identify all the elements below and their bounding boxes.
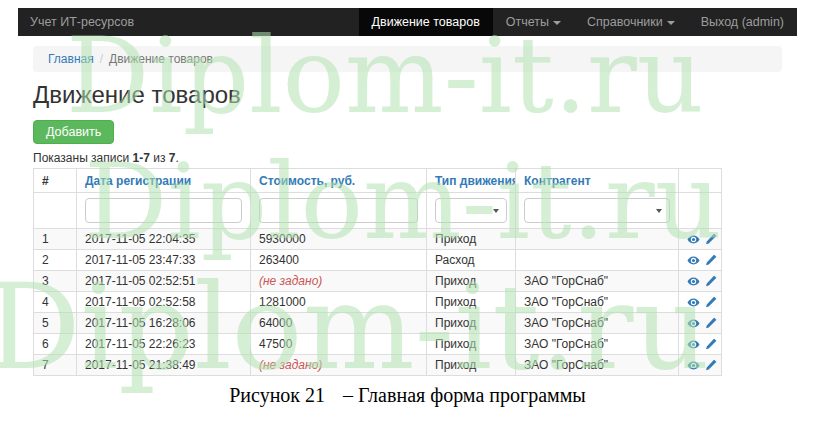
- breadcrumb-home-link[interactable]: Главная: [48, 52, 94, 66]
- records-summary: Показаны записи 1-7 из 7.: [33, 151, 782, 165]
- cell-type: Приход: [427, 292, 516, 313]
- cell-date: 2017-11-05 22:26:23: [77, 334, 251, 355]
- cell-actions: [679, 250, 722, 271]
- col-header-cost: Стоимость, руб.: [251, 169, 427, 193]
- eye-icon[interactable]: [687, 233, 700, 246]
- contractor-filter-select[interactable]: [524, 198, 670, 223]
- sort-link-contractor[interactable]: Контрагент: [524, 174, 591, 188]
- cell-contractor: ЗАО "ГорСнаб": [516, 334, 679, 355]
- add-button[interactable]: Добавить: [33, 120, 114, 144]
- app-brand[interactable]: Учет ИТ-ресурсов: [18, 8, 146, 36]
- type-filter-cell: [427, 193, 516, 229]
- cell-cost: (не задано): [251, 355, 427, 376]
- pencil-icon[interactable]: [704, 275, 717, 288]
- eye-icon[interactable]: [687, 338, 700, 351]
- summary-range: 1-7: [133, 151, 150, 165]
- nav-item-directories[interactable]: Справочники: [574, 8, 688, 36]
- eye-icon[interactable]: [687, 359, 700, 372]
- breadcrumb: Главная/Движение товаров: [33, 46, 782, 72]
- cell-date: 2017-11-05 23:47:33: [77, 250, 251, 271]
- cell-contractor: ЗАО "ГорСнаб": [516, 271, 679, 292]
- cell-contractor: ЗАО "ГорСнаб": [516, 355, 679, 376]
- cell-actions: [679, 271, 722, 292]
- trash-icon[interactable]: [721, 233, 722, 246]
- nav-item-goods-movement[interactable]: Движение товаров: [359, 8, 493, 36]
- document-page: Учет ИТ-ресурсов Движение товаров Отчеты…: [0, 0, 815, 431]
- page-title: Движение товаров: [33, 81, 782, 109]
- cell-date: 2017-11-05 22:04:35: [77, 229, 251, 250]
- date-filter-cell: [77, 193, 251, 229]
- chevron-down-icon: [553, 21, 561, 25]
- cell-num: 4: [34, 292, 77, 313]
- cell-type: Приход: [427, 334, 516, 355]
- figure-caption-text: – Главная форма программы: [343, 384, 586, 406]
- pencil-icon[interactable]: [704, 254, 717, 267]
- table-body: 12017-11-05 22:04:355930000Приход22017-1…: [34, 229, 722, 376]
- actions-filter-cell: [679, 193, 722, 229]
- nav-item-logout[interactable]: Выход (admin): [688, 8, 797, 36]
- contractor-filter-cell: [516, 193, 679, 229]
- col-header-type: Тип движения: [427, 169, 516, 193]
- top-navbar: Учет ИТ-ресурсов Движение товаров Отчеты…: [18, 8, 797, 36]
- chevron-down-icon: [493, 209, 499, 213]
- cell-actions: [679, 229, 722, 250]
- trash-icon[interactable]: [721, 317, 722, 330]
- filter-row: [34, 193, 722, 229]
- cell-num: 3: [34, 271, 77, 292]
- figure-number: Рисунок 21: [229, 384, 325, 406]
- cell-num: 6: [34, 334, 77, 355]
- cost-filter-cell: [251, 193, 427, 229]
- cell-contractor: ЗАО "ГорСнаб": [516, 313, 679, 334]
- num-filter-cell: [34, 193, 77, 229]
- sort-link-cost[interactable]: Стоимость, руб.: [259, 174, 355, 188]
- cost-filter-input[interactable]: [259, 198, 418, 223]
- cell-actions: [679, 334, 722, 355]
- eye-icon[interactable]: [687, 296, 700, 309]
- col-header-date: Дата регистрации: [77, 169, 251, 193]
- trash-icon[interactable]: [721, 254, 722, 267]
- trash-icon[interactable]: [721, 275, 722, 288]
- pencil-icon[interactable]: [704, 359, 717, 372]
- table-row: 62017-11-05 22:26:2347500ПриходЗАО "ГорС…: [34, 334, 722, 355]
- cell-cost: 5930000: [251, 229, 427, 250]
- trash-icon[interactable]: [721, 296, 722, 309]
- cell-date: 2017-11-05 02:52:58: [77, 292, 251, 313]
- eye-icon[interactable]: [687, 317, 700, 330]
- nav-item-reports[interactable]: Отчеты: [493, 8, 574, 36]
- pencil-icon[interactable]: [704, 338, 717, 351]
- cell-num: 2: [34, 250, 77, 271]
- cell-type: Приход: [427, 229, 516, 250]
- navbar-menu: Движение товаров Отчеты Справочники Выхо…: [359, 8, 797, 36]
- cell-type: Приход: [427, 355, 516, 376]
- cell-num: 7: [34, 355, 77, 376]
- goods-movement-table: # Дата регистрации Стоимость, руб. Тип д…: [33, 168, 722, 376]
- eye-icon[interactable]: [687, 254, 700, 267]
- pencil-icon[interactable]: [704, 296, 717, 309]
- cell-cost: 47500: [251, 334, 427, 355]
- cell-actions: [679, 313, 722, 334]
- table-row: 72017-11-05 21:38:49(не задано)ПриходЗАО…: [34, 355, 722, 376]
- cell-cost: 64000: [251, 313, 427, 334]
- breadcrumb-current: Движение товаров: [109, 52, 213, 66]
- eye-icon[interactable]: [687, 275, 700, 288]
- cell-actions: [679, 292, 722, 313]
- table-row: 42017-11-05 02:52:581281000ПриходЗАО "Го…: [34, 292, 722, 313]
- table-row: 12017-11-05 22:04:355930000Приход: [34, 229, 722, 250]
- type-filter-select[interactable]: [435, 198, 507, 223]
- sort-link-date[interactable]: Дата регистрации: [85, 174, 191, 188]
- chevron-down-icon: [667, 21, 675, 25]
- cell-type: Приход: [427, 271, 516, 292]
- cell-actions: [679, 355, 722, 376]
- col-header-contractor: Контрагент: [516, 169, 679, 193]
- trash-icon[interactable]: [721, 338, 722, 351]
- pencil-icon[interactable]: [704, 233, 717, 246]
- figure-caption: Рисунок 21– Главная форма программы: [0, 384, 815, 407]
- table-row: 22017-11-05 23:47:33263400Расход: [34, 250, 722, 271]
- cell-num: 1: [34, 229, 77, 250]
- sort-link-type[interactable]: Тип движения: [435, 174, 516, 188]
- col-header-num: #: [34, 169, 77, 193]
- date-filter-input[interactable]: [85, 198, 242, 223]
- trash-icon[interactable]: [721, 359, 722, 372]
- pencil-icon[interactable]: [704, 317, 717, 330]
- cell-date: 2017-11-05 16:28:06: [77, 313, 251, 334]
